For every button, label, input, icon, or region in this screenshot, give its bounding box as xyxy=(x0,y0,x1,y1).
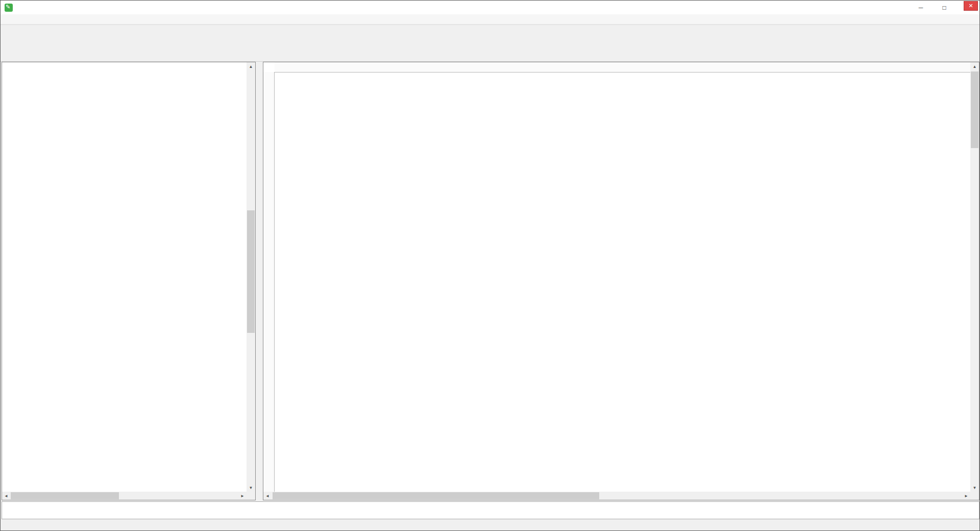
menu-bar xyxy=(1,14,979,25)
ruler-corner-icon[interactable] xyxy=(264,63,273,71)
scroll-left-icon[interactable]: ◄ xyxy=(263,492,272,500)
scrollbar-thumb[interactable] xyxy=(11,492,119,499)
tree-horizontal-scrollbar[interactable]: ◄ ► xyxy=(2,492,247,500)
editor-vertical-scrollbar[interactable]: ▲ ▼ xyxy=(970,62,979,492)
title-bar: ─ □ ✕ xyxy=(1,1,979,14)
scrollbar-thumb[interactable] xyxy=(247,210,255,333)
horizontal-ruler xyxy=(275,62,970,73)
document-map-panel: ▲ ▼ ◄ ► xyxy=(2,62,256,500)
scroll-right-icon[interactable]: ► xyxy=(238,492,247,500)
vertical-ruler xyxy=(263,72,275,492)
markup-toolbar xyxy=(1,37,979,50)
scroll-down-icon[interactable]: ▼ xyxy=(247,484,255,492)
document-close-icon[interactable]: ✕ xyxy=(964,1,978,11)
maximize-button[interactable]: □ xyxy=(933,1,956,14)
scroll-up-icon[interactable]: ▲ xyxy=(970,62,979,70)
scroll-down-icon[interactable]: ▼ xyxy=(970,484,979,492)
status-bar xyxy=(1,520,979,531)
scroll-left-icon[interactable]: ◄ xyxy=(2,492,10,500)
application-window: ─ □ ✕ ✕ ▲ ▼ ◄ ► ▲ ▼ ◄ xyxy=(0,0,980,531)
panel-splitter[interactable] xyxy=(256,62,263,500)
editor-horizontal-scrollbar[interactable]: ◄ ► xyxy=(263,492,970,500)
scroll-right-icon[interactable]: ► xyxy=(962,492,970,500)
minimize-button[interactable]: ─ xyxy=(909,1,933,14)
standard-toolbar xyxy=(1,25,979,37)
document-tree xyxy=(2,62,247,492)
format-toolbar xyxy=(1,50,979,62)
editor-panel: ▲ ▼ ◄ ► xyxy=(263,62,979,500)
scroll-up-icon[interactable]: ▲ xyxy=(247,62,255,70)
document-editing-area[interactable] xyxy=(275,72,970,492)
tree-vertical-scrollbar[interactable]: ▲ ▼ xyxy=(247,62,255,492)
scrollbar-thumb[interactable] xyxy=(971,71,978,148)
scrollbar-thumb[interactable] xyxy=(273,492,599,499)
command-window[interactable] xyxy=(2,501,979,519)
app-icon xyxy=(5,4,13,12)
